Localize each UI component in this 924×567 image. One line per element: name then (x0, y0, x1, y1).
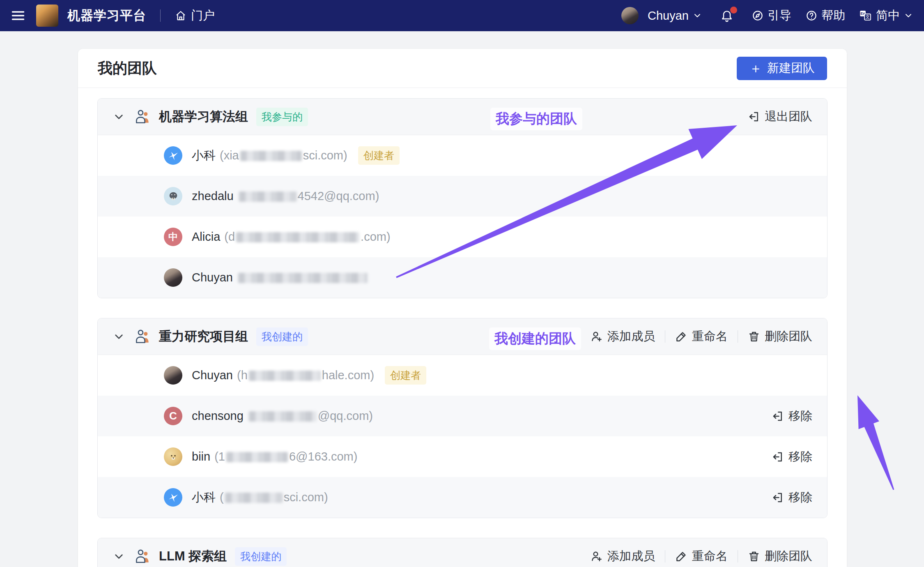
member-email-redacted (236, 232, 359, 242)
delete-team-button[interactable]: 删除团队 (738, 548, 812, 565)
remove-member-button[interactable]: 移除 (762, 489, 812, 506)
addMember-icon (591, 550, 603, 562)
team-header: LLM 探索组我创建的添加成员重命名删除团队 (98, 538, 827, 567)
member-email-redacted (239, 191, 297, 202)
team-icon (133, 327, 152, 346)
member-email-redacted (249, 371, 321, 381)
member-email-visible-start: (d (224, 230, 235, 243)
nav-portal-link[interactable]: 门户 (175, 7, 215, 24)
member-email-visible-end: @qq.com) (318, 409, 373, 422)
help-button[interactable]: 帮助 (805, 7, 845, 24)
team-list: 机器学习算法组我参与的退出团队小科(xiasci.com)创建者zhedalu4… (78, 88, 847, 567)
member-avatar (164, 146, 182, 165)
user-name: Chuyan (648, 9, 689, 23)
member-avatar (164, 268, 182, 287)
remove-member-label: 移除 (788, 408, 812, 424)
add-member-label: 添加成员 (607, 548, 655, 565)
rename-button[interactable]: 重命名 (665, 328, 738, 345)
app-title: 机器学习平台 (67, 7, 146, 24)
member-email-redacted (240, 151, 302, 161)
exit-icon (748, 111, 760, 123)
member-avatar: C (164, 407, 182, 425)
member-email: (sci.com) (220, 491, 328, 504)
remove-member-button[interactable]: 移除 (762, 408, 812, 424)
language-label: 简中 (876, 7, 900, 24)
plus-icon: ＋ (749, 62, 762, 75)
member-email: (16@163.com) (214, 450, 357, 463)
member-avatar: 中 (164, 228, 182, 246)
member-email-visible-end: .com) (361, 230, 391, 243)
notifications-button[interactable] (720, 9, 733, 22)
add-member-button[interactable]: 添加成员 (591, 328, 665, 345)
member-email-visible-start: (1 (214, 450, 225, 463)
team-card: 重力研究项目组我创建的添加成员重命名删除团队Chuyan(hhale.com)创… (97, 318, 827, 518)
member-name: 小科 (192, 489, 216, 506)
remove-member-button[interactable]: 移除 (762, 449, 812, 465)
main-content-card: 我的团队 ＋ 新建团队 机器学习算法组我参与的退出团队小科(xiasci.com… (78, 49, 847, 567)
team-header-actions: 添加成员重命名删除团队 (591, 548, 812, 565)
remove-member-label: 移除 (788, 449, 812, 465)
member-email: @qq.com) (248, 409, 373, 423)
create-team-button[interactable]: ＋ 新建团队 (737, 57, 827, 80)
exit-team-button[interactable]: 退出团队 (748, 108, 812, 125)
member-row: Cchensong@qq.com)移除 (98, 396, 827, 436)
add-member-button[interactable]: 添加成员 (591, 548, 665, 565)
collapse-chevron-icon[interactable] (113, 551, 124, 562)
user-avatar (621, 7, 639, 24)
team-header: 机器学习算法组我参与的退出团队 (98, 99, 827, 135)
team-role-badge: 我创建的 (235, 547, 287, 566)
addMember-icon (591, 330, 603, 343)
app-logo (36, 5, 58, 27)
rename-label: 重命名 (692, 328, 728, 345)
creator-badge: 创建者 (385, 366, 426, 385)
member-name: 小科 (192, 148, 216, 164)
team-header-actions: 添加成员重命名删除团队 (591, 328, 812, 345)
member-row: 小科(xiasci.com)创建者 (98, 135, 827, 176)
language-switcher[interactable]: En文 简中 (859, 7, 913, 24)
member-email-redacted (238, 273, 368, 283)
member-row: 小科(sci.com)移除 (98, 477, 827, 518)
member-avatar (164, 187, 182, 205)
page-header: 我的团队 ＋ 新建团队 (78, 49, 847, 88)
member-row: 中Alicia(d.com) (98, 217, 827, 257)
user-menu[interactable]: Chuyan (621, 7, 702, 24)
collapse-chevron-icon[interactable] (113, 111, 124, 122)
collapse-chevron-icon[interactable] (113, 331, 124, 342)
member-email: (hhale.com) (237, 369, 374, 382)
question-circle-icon (805, 9, 818, 22)
trash-icon (748, 330, 760, 343)
rename-icon (675, 550, 687, 562)
member-email-visible-end: hale.com) (322, 369, 374, 382)
member-name: Chuyan (192, 369, 233, 382)
guide-label: 引导 (768, 7, 791, 24)
team-header: 重力研究项目组我创建的添加成员重命名删除团队 (98, 318, 827, 355)
member-email-visible-end: 6@163.com) (289, 450, 357, 463)
member-email-redacted (249, 411, 317, 422)
team-name: 重力研究项目组 (159, 328, 248, 345)
member-row: zhedalu4542@qq.com) (98, 176, 827, 217)
exit-team-label: 退出团队 (765, 108, 812, 125)
translate-icon: En文 (859, 9, 872, 22)
page-title: 我的团队 (98, 58, 157, 78)
member-email: 4542@qq.com) (238, 189, 379, 203)
member-avatar (164, 447, 182, 466)
member-row: Chuyan (98, 257, 827, 298)
delete-team-button[interactable]: 删除团队 (738, 328, 812, 345)
svg-text:文: 文 (865, 14, 870, 19)
member-email-visible-end: sci.com) (303, 149, 347, 162)
help-label: 帮助 (821, 7, 845, 24)
guide-button[interactable]: 引导 (752, 7, 791, 24)
team-role-badge: 我参与的 (256, 108, 308, 126)
member-email: (xiasci.com) (220, 149, 347, 162)
team-icon (133, 547, 152, 565)
rename-label: 重命名 (692, 548, 728, 565)
member-email-visible-end: sci.com) (284, 491, 328, 504)
notification-dot (730, 7, 737, 14)
top-navbar: 机器学习平台 门户 Chuyan 引导 (0, 0, 924, 31)
member-avatar (164, 366, 182, 385)
hamburger-menu-icon[interactable] (11, 8, 25, 23)
rename-button[interactable]: 重命名 (665, 548, 738, 565)
member-email-redacted (225, 493, 283, 503)
home-icon (175, 9, 187, 22)
member-email-redacted (226, 452, 288, 462)
